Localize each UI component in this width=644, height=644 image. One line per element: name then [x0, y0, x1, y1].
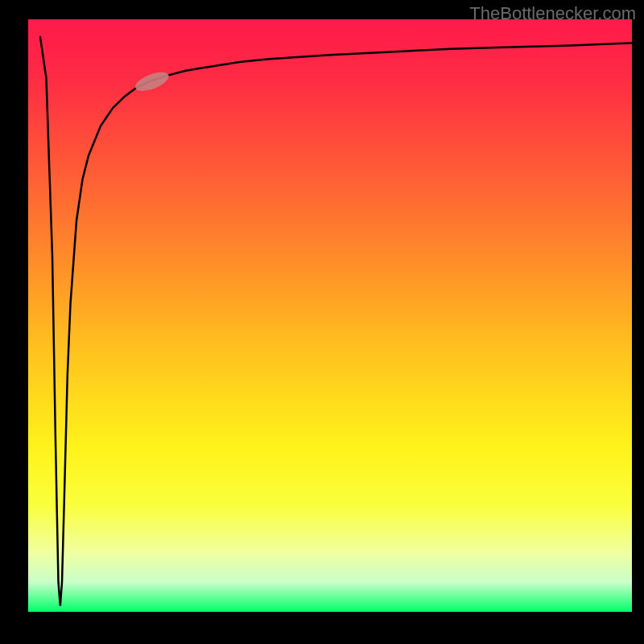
plot-area: [28, 19, 632, 612]
plot-frame: [28, 19, 632, 623]
y-axis: [0, 19, 28, 623]
curve-layer: [28, 19, 632, 612]
watermark-label: TheBottlenecker.com: [469, 3, 636, 24]
x-axis: [28, 623, 632, 641]
bottleneck-curve: [40, 37, 632, 606]
highlight-segment: [133, 68, 171, 95]
